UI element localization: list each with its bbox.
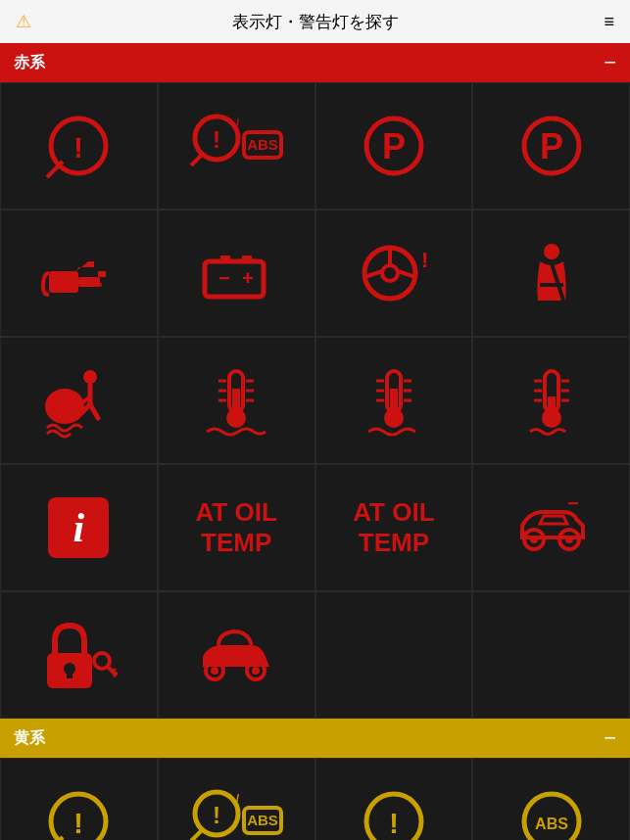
svg-point-28 — [544, 244, 559, 259]
menu-icon[interactable]: ≡ — [604, 12, 614, 32]
yellow-section-collapse[interactable]: − — [604, 727, 616, 749]
app-header: ⚠ 表示灯・警告灯を探す ≡ — [0, 0, 630, 43]
svg-text:−: − — [218, 267, 230, 289]
svg-rect-44 — [390, 389, 398, 418]
svg-rect-53 — [548, 397, 556, 418]
svg-text:/: / — [236, 117, 239, 128]
info-cell[interactable]: i — [0, 464, 158, 591]
svg-line-5 — [191, 154, 203, 165]
yellow-section-header[interactable]: 黄系 − — [0, 719, 630, 758]
svg-point-62 — [530, 536, 538, 543]
svg-text:ABS: ABS — [247, 136, 278, 153]
svg-text:ABS: ABS — [247, 812, 278, 828]
oil-can-cell[interactable] — [0, 210, 158, 337]
car-side-icon: − — [512, 489, 591, 567]
svg-rect-35 — [232, 389, 240, 418]
svg-text:!: ! — [73, 807, 83, 839]
car-side-cell[interactable]: − — [472, 464, 630, 591]
temp-med-cell[interactable] — [315, 337, 473, 464]
svg-point-23 — [382, 265, 398, 281]
red-grid-row4: i AT OILTEMP AT OILTEMP − — [0, 464, 630, 591]
svg-rect-18 — [220, 256, 230, 263]
yellow-abs-cell[interactable]: ! / ABS — [158, 758, 315, 840]
seatbelt-icon — [512, 234, 591, 312]
at-oil-temp-red-label: AT OILTEMP — [195, 497, 276, 558]
yellow-abs2-icon: ABS — [512, 782, 591, 840]
svg-point-63 — [565, 536, 573, 543]
svg-line-26 — [398, 271, 415, 277]
svg-text:ABS: ABS — [535, 816, 568, 832]
svg-text:P: P — [382, 126, 406, 166]
svg-text:!: ! — [73, 131, 83, 163]
temp-high-cell[interactable] — [158, 337, 315, 464]
red-grid-row2: − + ! — [0, 210, 630, 337]
at-oil-temp-red-cell[interactable]: AT OILTEMP — [158, 464, 315, 591]
red-section-collapse[interactable]: − — [604, 52, 616, 73]
yellow-abs-icon: ! / ABS — [187, 782, 285, 840]
svg-line-25 — [364, 271, 382, 277]
warning-icon: ⚠ — [16, 11, 31, 32]
temp-high-icon — [197, 361, 275, 440]
temp-low-cell[interactable] — [472, 337, 630, 464]
svg-text:!: ! — [421, 248, 428, 272]
brake-warning-cell[interactable]: ! — [0, 82, 158, 210]
abs-brake-cell[interactable]: ! / ABS — [158, 82, 315, 210]
svg-text:+: + — [242, 267, 254, 289]
car-open-trunk-icon — [197, 616, 275, 694]
yellow-brake-cell[interactable]: ! — [0, 758, 158, 840]
svg-text:!: ! — [389, 807, 399, 839]
yellow-section-label: 黄系 — [14, 728, 45, 749]
svg-rect-17 — [205, 261, 264, 297]
red-section-header[interactable]: 赤系 − — [0, 43, 630, 82]
red-grid-row5 — [0, 591, 630, 719]
empty-cell-2 — [472, 591, 630, 719]
at-oil-temp-red2-cell[interactable]: AT OILTEMP — [315, 464, 473, 591]
yellow-grid-row1: ! ! / ABS ! ABS — [0, 758, 630, 840]
svg-rect-15 — [98, 271, 106, 277]
svg-rect-19 — [242, 256, 252, 263]
seatbelt-cell[interactable] — [472, 210, 630, 337]
brake-warning-icon: ! — [39, 107, 118, 185]
svg-text:!: ! — [213, 126, 220, 153]
info-icon: i — [48, 497, 109, 558]
lock-icon — [39, 616, 118, 694]
yellow-abs2-cell[interactable]: ABS — [472, 758, 630, 840]
svg-point-31 — [83, 370, 97, 384]
airbag-icon — [39, 361, 118, 440]
svg-text:P: P — [540, 126, 563, 166]
svg-text:/: / — [236, 792, 239, 804]
yellow-brake-icon: ! — [39, 782, 118, 840]
empty-cell-1 — [315, 591, 473, 719]
car-open-trunk-cell[interactable] — [158, 591, 315, 719]
temp-med-icon — [355, 361, 433, 440]
battery-cell[interactable]: − + — [158, 210, 315, 337]
at-oil-temp-red2-label: AT OILTEMP — [353, 497, 434, 558]
svg-text:−: − — [567, 492, 579, 514]
header-title: 表示灯・警告灯を探す — [232, 11, 399, 33]
svg-rect-14 — [78, 277, 100, 287]
svg-point-74 — [211, 667, 218, 675]
abs-brake-icon: ! / ABS — [187, 107, 285, 185]
parking-filled-icon: P — [512, 107, 591, 185]
red-grid-row1: ! ! / ABS P P — [0, 82, 630, 210]
parking-icon: P — [355, 107, 433, 185]
svg-rect-13 — [49, 271, 78, 293]
svg-point-68 — [94, 653, 110, 669]
battery-icon: − + — [197, 234, 275, 312]
yellow-brake2-cell[interactable]: ! — [315, 758, 473, 840]
parking-p-filled-cell[interactable]: P — [472, 82, 630, 210]
yellow-brake2-icon: ! — [355, 782, 433, 840]
parking-p-cell[interactable]: P — [315, 82, 473, 210]
svg-point-75 — [252, 667, 260, 675]
steering-cell[interactable]: ! — [315, 210, 473, 337]
svg-rect-67 — [67, 669, 73, 678]
svg-text:!: ! — [213, 802, 220, 828]
airbag-cell[interactable] — [0, 337, 158, 464]
temp-low-icon — [512, 361, 591, 440]
svg-line-81 — [191, 829, 203, 840]
svg-point-16 — [98, 283, 102, 287]
steering-icon: ! — [355, 234, 433, 312]
red-grid-row3 — [0, 337, 630, 464]
red-section-label: 赤系 — [14, 53, 45, 73]
lock-cell[interactable] — [0, 591, 158, 719]
